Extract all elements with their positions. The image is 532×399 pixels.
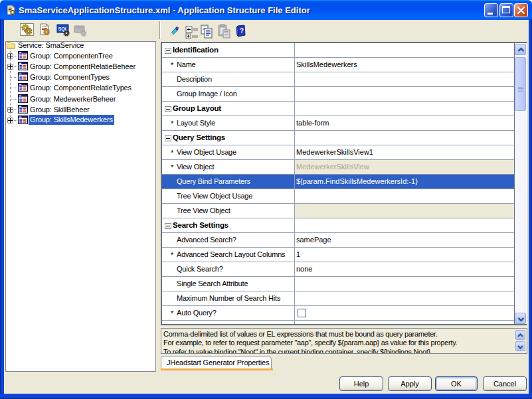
svg-text:?: ? xyxy=(240,27,244,35)
